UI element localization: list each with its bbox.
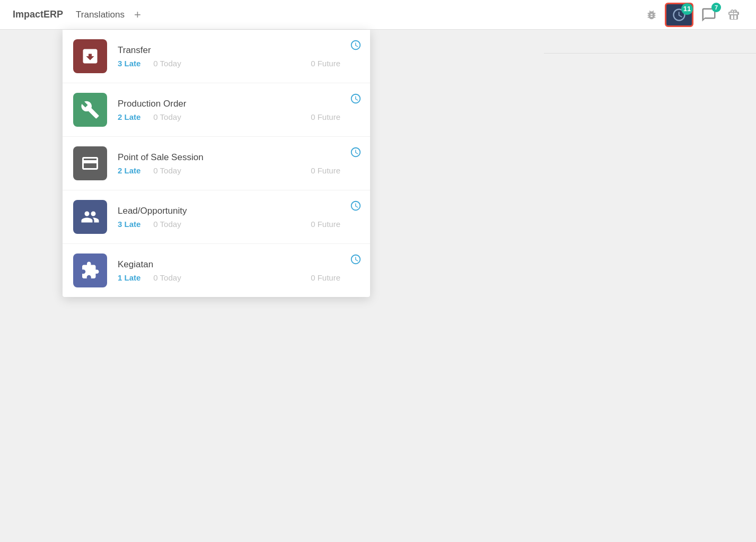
kegiatan-content: Kegiatan 1 Late 0 Today 0 Future bbox=[118, 259, 359, 282]
production-clock-icon[interactable] bbox=[350, 93, 362, 107]
bug-button[interactable] bbox=[643, 6, 661, 24]
gift-button[interactable] bbox=[724, 5, 743, 24]
transfer-today: 0 Today bbox=[153, 59, 181, 68]
pos-stats: 2 Late 0 Today 0 Future bbox=[118, 166, 359, 175]
activity-dropdown: Transfer 3 Late 0 Today 0 Future Product… bbox=[63, 30, 370, 297]
activity-item-pos-session[interactable]: Point of Sale Session 2 Late 0 Today 0 F… bbox=[63, 137, 370, 190]
production-title: Production Order bbox=[118, 99, 359, 109]
production-late: 2 Late bbox=[118, 112, 140, 121]
lead-late: 3 Late bbox=[118, 220, 140, 229]
lead-stats: 3 Late 0 Today 0 Future bbox=[118, 220, 359, 229]
pos-clock-icon[interactable] bbox=[350, 146, 362, 161]
kegiatan-today: 0 Today bbox=[153, 273, 181, 282]
translations-nav[interactable]: Translations bbox=[76, 10, 125, 20]
messages-button[interactable]: 7 bbox=[698, 4, 720, 26]
kegiatan-future: 0 Future bbox=[311, 273, 340, 282]
pos-icon bbox=[73, 146, 107, 180]
production-today: 0 Today bbox=[153, 112, 181, 121]
transfer-title: Transfer bbox=[118, 45, 359, 56]
production-stats: 2 Late 0 Today 0 Future bbox=[118, 112, 359, 121]
bug-icon bbox=[646, 9, 657, 21]
transfer-late: 3 Late bbox=[118, 59, 140, 68]
production-icon bbox=[73, 93, 107, 127]
kegiatan-icon bbox=[73, 253, 107, 287]
transfer-icon bbox=[73, 39, 107, 73]
divider-line bbox=[544, 53, 756, 54]
lead-today: 0 Today bbox=[153, 220, 181, 229]
production-content: Production Order 2 Late 0 Today 0 Future bbox=[118, 99, 359, 121]
activity-item-production-order[interactable]: Production Order 2 Late 0 Today 0 Future bbox=[63, 83, 370, 137]
pos-today: 0 Today bbox=[153, 166, 181, 175]
brand-logo[interactable]: ImpactERP bbox=[13, 9, 63, 20]
navbar-icons: 11 7 bbox=[643, 3, 743, 27]
activity-item-kegiatan[interactable]: Kegiatan 1 Late 0 Today 0 Future bbox=[63, 244, 370, 297]
gift-icon bbox=[727, 8, 740, 21]
activity-item-lead-opportunity[interactable]: Lead/Opportunity 3 Late 0 Today 0 Future bbox=[63, 190, 370, 244]
kegiatan-clock-icon[interactable] bbox=[350, 253, 362, 268]
lead-clock-icon[interactable] bbox=[350, 200, 362, 214]
lead-content: Lead/Opportunity 3 Late 0 Today 0 Future bbox=[118, 206, 359, 229]
transfer-stats: 3 Late 0 Today 0 Future bbox=[118, 59, 359, 68]
messages-badge: 7 bbox=[711, 3, 721, 12]
lead-title: Lead/Opportunity bbox=[118, 206, 359, 216]
kegiatan-stats: 1 Late 0 Today 0 Future bbox=[118, 273, 359, 282]
pos-title: Point of Sale Session bbox=[118, 152, 359, 163]
transfer-clock-icon[interactable] bbox=[350, 39, 362, 54]
kegiatan-title: Kegiatan bbox=[118, 259, 359, 270]
pos-future: 0 Future bbox=[311, 166, 340, 175]
lead-future: 0 Future bbox=[311, 220, 340, 229]
transfer-content: Transfer 3 Late 0 Today 0 Future bbox=[118, 45, 359, 68]
activity-button[interactable]: 11 bbox=[665, 3, 693, 27]
production-future: 0 Future bbox=[311, 112, 340, 121]
activity-item-transfer[interactable]: Transfer 3 Late 0 Today 0 Future bbox=[63, 30, 370, 83]
lead-icon bbox=[73, 200, 107, 234]
add-menu-button[interactable]: + bbox=[134, 8, 141, 22]
pos-late: 2 Late bbox=[118, 166, 140, 175]
transfer-future: 0 Future bbox=[311, 59, 340, 68]
pos-content: Point of Sale Session 2 Late 0 Today 0 F… bbox=[118, 152, 359, 175]
kegiatan-late: 1 Late bbox=[118, 273, 140, 282]
navbar: ImpactERP Translations + 11 7 bbox=[0, 0, 756, 30]
activity-badge: 11 bbox=[681, 3, 693, 15]
